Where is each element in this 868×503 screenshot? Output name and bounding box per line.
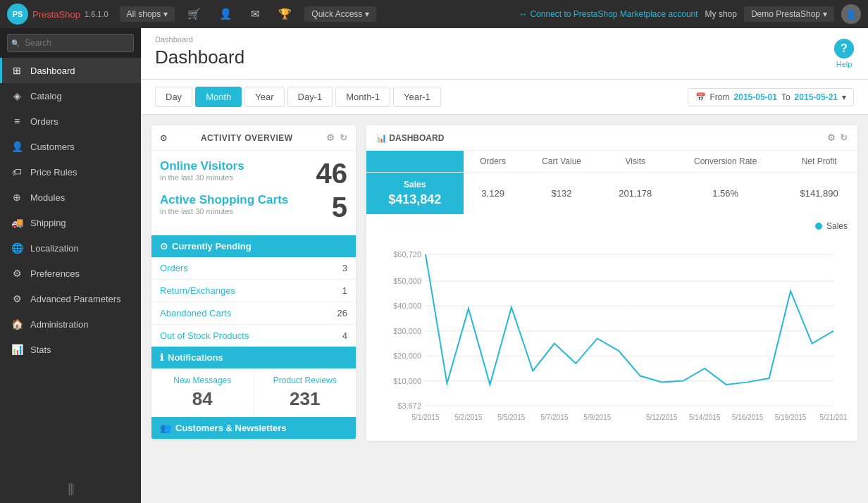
online-visitors-sub: in the last 30 minutes bbox=[160, 173, 244, 182]
active-carts-sub: in the last 30 minutes bbox=[160, 207, 288, 216]
currently-pending-header: ⊙ Currently Pending bbox=[151, 235, 356, 257]
orders-icon: ≡ bbox=[11, 116, 23, 127]
help-circle-icon: ? bbox=[834, 39, 854, 58]
sidebar-collapse-button[interactable]: ||| bbox=[68, 481, 73, 496]
tab-year[interactable]: Year bbox=[244, 87, 284, 107]
left-panel: ⊙ ACTIVITY OVERVIEW ⚙ ↻ Online Visitors … bbox=[151, 125, 356, 492]
content-area: Dashboard Dashboard ? Help Day Month Yea… bbox=[141, 28, 868, 503]
sidebar-item-price-rules[interactable]: 🏷 Price Rules bbox=[0, 159, 141, 185]
sidebar-item-label: Catalog bbox=[30, 91, 62, 101]
date-chevron-icon: ▾ bbox=[842, 92, 846, 102]
activity-body: Online Visitors in the last 30 minutes 4… bbox=[151, 151, 356, 235]
sidebar-item-stats[interactable]: 📊 Stats bbox=[0, 337, 141, 362]
active-carts-count: 5 bbox=[332, 193, 347, 221]
sidebar-item-advanced-parameters[interactable]: ⚙ Advanced Parameters bbox=[0, 286, 141, 311]
sidebar-item-label: Price Rules bbox=[30, 167, 77, 178]
col-cart[interactable]: Cart Value bbox=[523, 151, 601, 173]
sidebar-item-shipping[interactable]: 🚚 Shipping bbox=[0, 210, 141, 235]
tab-day-1[interactable]: Day-1 bbox=[287, 87, 333, 107]
search-input[interactable] bbox=[7, 34, 134, 52]
localization-icon: 🌐 bbox=[11, 242, 23, 254]
pending-list: Orders 3 Return/Exchanges 1 Abandoned Ca… bbox=[151, 257, 356, 347]
sidebar-item-catalog[interactable]: ◈ Catalog bbox=[0, 83, 141, 108]
modules-icon: ⊕ bbox=[11, 192, 23, 203]
help-button[interactable]: ? Help bbox=[834, 39, 854, 68]
sales-amount: $413,842 bbox=[375, 192, 455, 207]
customers-title: Customers & Newsletters bbox=[175, 423, 287, 433]
notifications-title: Notifications bbox=[168, 352, 223, 363]
sidebar-item-customers[interactable]: 👤 Customers bbox=[0, 134, 141, 159]
activity-overview-header: ⊙ ACTIVITY OVERVIEW ⚙ ↻ bbox=[151, 125, 356, 151]
col-orders[interactable]: Orders bbox=[464, 151, 523, 173]
sidebar-item-label: Dashboard bbox=[30, 66, 75, 76]
customers-newsletters-header: 👥 Customers & Newsletters bbox=[151, 417, 356, 439]
sidebar-item-label: Shipping bbox=[30, 218, 66, 228]
date-from-value: 2015-05-01 bbox=[734, 92, 777, 102]
col-visits[interactable]: Visits bbox=[600, 151, 670, 173]
sidebar: ⊞ Dashboard ◈ Catalog ≡ Orders 👤 Custome… bbox=[0, 28, 141, 503]
sidebar-collapse-area: ||| bbox=[0, 474, 141, 503]
orders-value[interactable]: 3,129 bbox=[464, 173, 523, 215]
dw-settings-icon[interactable]: ⚙ bbox=[827, 132, 836, 143]
dashboard-grid: ⊙ ACTIVITY OVERVIEW ⚙ ↻ Online Visitors … bbox=[141, 125, 868, 503]
tab-year-1[interactable]: Year-1 bbox=[393, 87, 441, 107]
active-carts-row: Active Shopping Carts in the last 30 min… bbox=[160, 193, 347, 221]
quickaccess-button[interactable]: Quick Access ▾ bbox=[304, 6, 376, 22]
chart-container: Sales bbox=[366, 214, 857, 441]
pending-stock-link[interactable]: Out of Stock Products bbox=[160, 330, 249, 341]
pricerules-icon: 🏷 bbox=[11, 166, 23, 178]
refresh-icon[interactable]: ↻ bbox=[340, 132, 348, 143]
date-to-label: To bbox=[781, 92, 790, 102]
sidebar-item-administration[interactable]: 🏠 Administration bbox=[0, 311, 141, 337]
activity-title-icon: ⊙ bbox=[160, 133, 168, 143]
sidebar-item-orders[interactable]: ≡ Orders bbox=[0, 108, 141, 134]
sidebar-item-dashboard[interactable]: ⊞ Dashboard bbox=[0, 58, 141, 83]
mail-icon-button[interactable]: ✉ bbox=[245, 5, 266, 23]
dw-refresh-icon[interactable]: ↻ bbox=[840, 132, 848, 143]
pending-returns-count: 1 bbox=[342, 285, 347, 296]
product-reviews-count: 231 bbox=[263, 388, 348, 410]
myshop-button[interactable]: My shop bbox=[705, 9, 737, 19]
preferences-icon: ⚙ bbox=[11, 268, 23, 279]
pending-carts-link[interactable]: Abandoned Carts bbox=[160, 308, 231, 318]
sidebar-item-preferences[interactable]: ⚙ Preferences bbox=[0, 261, 141, 286]
administration-icon: 🏠 bbox=[11, 318, 23, 330]
breadcrumb: Dashboard bbox=[155, 35, 854, 44]
visits-value[interactable]: 201,178 bbox=[600, 173, 670, 215]
date-from-label: From bbox=[710, 92, 730, 102]
person-icon-button[interactable]: 👤 bbox=[213, 5, 238, 23]
connect-marketplace-button[interactable]: ↔ Connect to PrestaShop Marketplace acco… bbox=[519, 9, 698, 19]
trophy-icon-button[interactable]: 🏆 bbox=[273, 5, 297, 23]
tab-month[interactable]: Month bbox=[195, 87, 242, 107]
allshops-button[interactable]: All shops ▾ bbox=[120, 6, 175, 22]
sidebar-item-modules[interactable]: ⊕ Modules bbox=[0, 185, 141, 210]
sales-label: Sales bbox=[375, 180, 455, 190]
sidebar-item-localization[interactable]: 🌐 Localization bbox=[0, 235, 141, 261]
pending-orders-link[interactable]: Orders bbox=[160, 263, 188, 273]
pending-returns-link[interactable]: Return/Exchanges bbox=[160, 285, 235, 296]
pending-orders: Orders 3 bbox=[151, 257, 356, 280]
date-range-picker[interactable]: 📅 From 2015-05-01 To 2015-05-21 ▾ bbox=[688, 88, 854, 106]
top-navigation: PS PrestaShop 1.6.1.0 All shops ▾ 🛒 👤 ✉ … bbox=[0, 0, 868, 28]
sales-value-cell[interactable]: Sales $413,842 bbox=[366, 173, 464, 215]
profit-value[interactable]: $141,890 bbox=[781, 173, 857, 215]
sidebar-item-label: Administration bbox=[30, 319, 88, 330]
settings-icon[interactable]: ⚙ bbox=[326, 132, 335, 143]
tab-day[interactable]: Day bbox=[155, 87, 192, 107]
col-conversion[interactable]: Conversion Rate bbox=[670, 151, 781, 173]
sidebar-item-label: Localization bbox=[30, 243, 79, 254]
col-sales[interactable] bbox=[366, 151, 464, 173]
cart-value[interactable]: $132 bbox=[523, 173, 601, 215]
dashboard-icon: ⊞ bbox=[11, 65, 23, 76]
pending-stock: Out of Stock Products 4 bbox=[151, 325, 356, 347]
demo-button[interactable]: Demo PrestaShop ▾ bbox=[744, 6, 834, 22]
search-wrap bbox=[7, 34, 134, 52]
date-to-value: 2015-05-21 bbox=[795, 92, 838, 102]
activity-header-icons: ⚙ ↻ bbox=[326, 132, 347, 143]
col-profit[interactable]: Net Profit bbox=[781, 151, 857, 173]
currently-pending-label: Currently Pending bbox=[172, 241, 252, 252]
tab-month-1[interactable]: Month-1 bbox=[335, 87, 390, 107]
activity-title: ACTIVITY OVERVIEW bbox=[201, 133, 293, 143]
conversion-value[interactable]: 1.56% bbox=[670, 173, 781, 215]
cart-icon-button[interactable]: 🛒 bbox=[182, 5, 206, 23]
